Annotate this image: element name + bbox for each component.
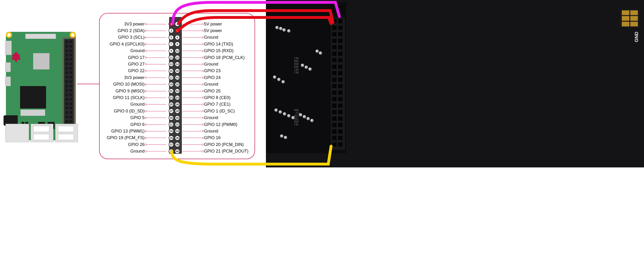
pin-leader-line	[182, 151, 202, 151]
pin-number-pair: 1718	[166, 75, 182, 80]
pin-label-right: Ground	[202, 62, 250, 67]
pin-row: GPIO 13 (PWM1)3334Ground	[106, 128, 252, 135]
pin-label-right: GPIO 25	[202, 89, 250, 94]
pin-label-left: Ground	[106, 102, 146, 107]
svg-point-5	[18, 57, 20, 60]
pin-number-pair: 56	[166, 35, 182, 40]
pin-leader-line	[182, 104, 202, 105]
pin-label-right: Ground	[202, 115, 250, 120]
pin-row: GPIO 52930Ground	[106, 115, 252, 121]
pin-leader-line	[146, 78, 166, 78]
pin-label-right: GPIO 1 (ID_SC)	[202, 109, 250, 114]
pin-label-left: GPIO 4 (GPCLK0)	[106, 42, 146, 47]
pin-number: 1	[168, 21, 174, 27]
pin-label-left: GPIO 5	[106, 115, 146, 120]
pin-leader-line	[146, 98, 166, 98]
pin-number-pair: 3132	[166, 122, 182, 127]
solder-joint-icon	[305, 66, 308, 69]
pin-number: 31	[168, 122, 174, 127]
mounting-hole-icon	[6, 32, 12, 38]
pin-leader-line	[146, 44, 166, 44]
pin-number-pair: 2122	[166, 88, 182, 94]
pin-leader-line	[182, 84, 202, 84]
raspberry-pi-logo-icon	[11, 48, 22, 63]
pin-number: 23	[168, 95, 174, 100]
pin-leader-line	[182, 31, 202, 31]
solder-joint-icon	[316, 49, 319, 53]
solder-joint-icon	[274, 109, 278, 112]
pin-number-pair: 910	[166, 48, 182, 53]
pin-label-right: GPIO 8 (CE0)	[202, 95, 250, 100]
pin-label-left: GPIO 0 (ID_SD)	[106, 109, 146, 114]
pin-number-pair: 2728	[166, 109, 182, 114]
pin-number-pair: 2526	[166, 102, 182, 107]
target-aux-header	[620, 9, 639, 28]
pin-row: GPIO 4 (GPCLK0)78GPIO 14 (TXD)	[106, 41, 252, 47]
ram-chip	[20, 86, 46, 109]
pin-number-pair: 78	[166, 41, 182, 47]
pin-number-pair: 1112	[166, 55, 182, 60]
pin-label-right: GPIO 15 (RXD)	[202, 48, 250, 53]
solder-joint-icon	[303, 115, 306, 118]
solder-joint-icon	[310, 119, 314, 122]
pin-leader-line	[146, 91, 166, 91]
pin-leader-line	[146, 144, 166, 145]
pin-label-right: 5V power	[202, 22, 250, 27]
pin-label-right: Ground	[202, 35, 250, 40]
sd-slot	[20, 110, 45, 116]
pin-number: 29	[168, 115, 174, 121]
pin-label-left: GPIO 26	[106, 142, 146, 147]
pin-leader-line	[182, 44, 202, 44]
pin-number: 32	[175, 122, 180, 127]
pin-row: GPIO 221516GPIO 23	[106, 68, 252, 74]
pin-leader-line	[182, 78, 202, 78]
pin-number: 8	[175, 41, 180, 47]
pin-leader-line	[146, 37, 166, 37]
pin-label-left: 3V3 power	[106, 22, 146, 27]
csi-connector	[25, 34, 56, 39]
pin-leader-line	[146, 71, 166, 71]
pin-number-pair: 1516	[166, 68, 182, 74]
pin-number: 17	[168, 75, 174, 80]
silkscreen-ref: R11	[294, 115, 298, 117]
solder-joint-icon	[280, 135, 284, 138]
pin-label-right: GPIO 7 (CE1)	[202, 102, 250, 107]
pin-number: 7	[168, 41, 174, 47]
hdmi-port	[5, 77, 11, 86]
solder-joint-icon	[287, 114, 290, 118]
silkscreen-ref: R33	[294, 63, 298, 65]
pin-number: 5	[168, 35, 174, 40]
pin-number-pair: 2930	[166, 115, 182, 121]
pin-leader-line	[182, 144, 202, 145]
pin-label-right: GPIO 23	[202, 68, 250, 73]
pin-number-pair: 12	[166, 21, 182, 27]
pin-number-pair: 3536	[166, 135, 182, 140]
pin-label-right: GPIO 20 (PCM_DIN)	[202, 142, 250, 147]
silkscreen-ref: C39	[294, 57, 298, 60]
usb-block	[31, 124, 53, 142]
solder-joint-icon	[301, 64, 304, 67]
pin-label-left: GPIO 22	[106, 68, 146, 73]
pin-leader-line	[182, 125, 202, 125]
pin-label-right: Ground	[202, 82, 250, 87]
pin-label-left: GPIO 3 (SCL)	[106, 35, 146, 40]
silkscreen-ref: R12	[294, 118, 298, 120]
ethernet-port	[6, 124, 29, 142]
pin-row: Ground2526GPIO 7 (CE1)	[106, 101, 252, 108]
solder-joint-icon	[306, 117, 310, 120]
pin-label-left: GPIO 17	[106, 55, 146, 60]
pin-number: 34	[175, 129, 180, 134]
pin-number: 35	[168, 135, 174, 140]
pin-row: 3V3 power125V power	[106, 21, 252, 27]
silkscreen-ref: R10	[294, 120, 298, 123]
solder-joint-icon	[279, 27, 282, 30]
pin-label-right: GPIO 14 (TXD)	[202, 42, 250, 47]
pin-row: GPIO 19 (PCM_FS)3536GPIO 16	[106, 135, 252, 141]
silkscreen-ref: C12	[296, 112, 300, 114]
silkscreen-ref: C38	[294, 71, 298, 74]
solder-joint-icon	[282, 28, 286, 32]
solder-joint-icon	[273, 75, 276, 79]
silkscreen-ref: R32	[294, 60, 298, 62]
svg-point-3	[14, 52, 18, 55]
pin-leader-line	[146, 51, 166, 51]
